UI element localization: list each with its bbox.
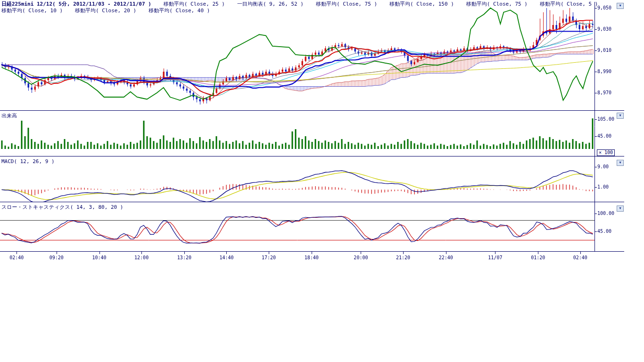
time-axis-label: 02:40 <box>9 255 24 260</box>
price-axis-tick-label: 9,010 <box>597 48 611 53</box>
price-axis-tick-label: 9,050 <box>597 5 611 10</box>
legend-item: 移動平均( Close, 10 ) <box>1 8 63 14</box>
time-axis-label: 18:40 <box>305 255 319 260</box>
price-axis-tick-label: 8,990 <box>597 69 611 74</box>
volume-multiplier-badge: × 100 <box>597 149 615 156</box>
time-axis-label: 11/07 <box>488 255 502 260</box>
legend-item: 移動平均( Close, 25 ) <box>164 1 225 7</box>
legend-row-1: 日経225mini 12/12( 5分, 2012/11/03 - 2012/1… <box>1 1 598 7</box>
macd-axis-tick-label: 1.00 <box>597 184 609 189</box>
stoch-panel-dropdown[interactable]: ▼ <box>617 206 624 212</box>
price-panel-dropdown[interactable]: ▼ <box>617 3 624 9</box>
time-axis-label: 12:00 <box>134 255 149 260</box>
volume-panel-title: 出来高 <box>1 113 17 119</box>
legend-item: 移動平均( Close, 150 ) <box>389 1 454 7</box>
macd-panel-title: MACD( 12, 26, 9 ) <box>1 159 55 165</box>
macd-panel-dropdown[interactable]: ▼ <box>617 160 624 166</box>
price-axis-tick-label: 9,030 <box>597 26 611 32</box>
volume-axis-tick-label: 45.00 <box>597 133 611 139</box>
time-axis-label: 14:40 <box>219 255 233 260</box>
time-axis-label: 01:20 <box>531 255 545 260</box>
price-axis-tick-label: 8,970 <box>597 90 611 95</box>
time-axis-label: 21:20 <box>396 255 410 260</box>
legend-row-2: 移動平均( Close, 10 )移動平均( Close, 20 )移動平均( … <box>1 8 210 14</box>
legend-item: 移動平均( Close, 5 ) <box>540 1 598 7</box>
chart-canvas[interactable] <box>0 0 644 362</box>
macd-axis-tick-label: 9.00 <box>597 164 609 169</box>
trading-chart-window: 日経225mini 12/12( 5分, 2012/11/03 - 2012/1… <box>0 0 644 362</box>
legend-item: 移動平均( Close, 40 ) <box>149 8 210 14</box>
time-axis-label: 22:40 <box>439 255 453 260</box>
stoch-panel-title: スロー・ストキャスティクス( 14, 3, 80, 20 ) <box>1 205 123 210</box>
legend-item: 移動平均( Close, 20 ) <box>75 8 136 14</box>
chart-title: 日経225mini 12/12( 5分, 2012/11/03 - 2012/1… <box>1 1 151 7</box>
time-axis-label: 02:40 <box>573 255 587 260</box>
time-axis-label: 10:40 <box>92 255 107 260</box>
volume-panel-dropdown[interactable]: ▼ <box>617 113 624 119</box>
legend-item: 一目均衡表( 9, 26, 52 ) <box>237 1 304 7</box>
time-axis-label: 17:20 <box>262 255 276 260</box>
time-axis-label: 20:00 <box>354 255 368 260</box>
legend-item: 移動平均( Close, 75 ) <box>466 1 528 7</box>
volume-axis-tick-label: 105.00 <box>597 116 614 122</box>
time-axis-label: 13:20 <box>177 255 191 260</box>
legend-item: 移動平均( Close, 75 ) <box>316 1 377 7</box>
stoch-axis-tick-label: 45.00 <box>597 229 611 234</box>
stoch-axis-tick-label: 100.00 <box>597 211 614 216</box>
time-axis-label: 09:20 <box>50 255 64 260</box>
